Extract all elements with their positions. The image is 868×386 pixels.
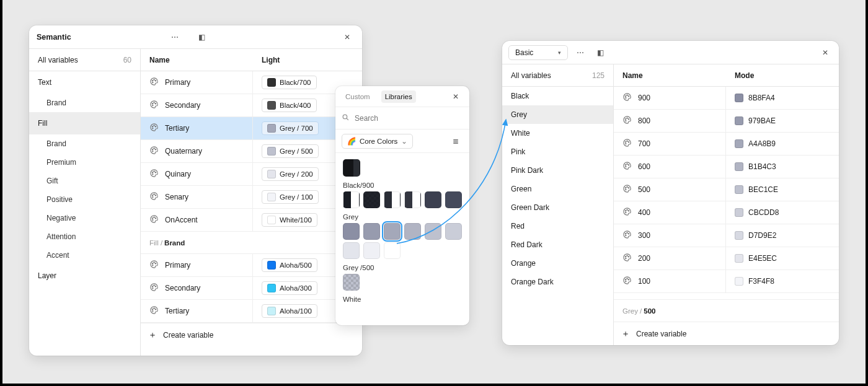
variable-value-chip[interactable]: Grey / 200: [262, 167, 319, 181]
close-icon[interactable]: ✕: [818, 45, 833, 60]
more-icon[interactable]: ⋯: [573, 45, 588, 60]
basic-main-scroll[interactable]: Name Mode 900 8B8FA4 800 979BAE: [614, 64, 839, 299]
variable-value-chip[interactable]: Aloha/500: [262, 258, 317, 272]
create-variable-button[interactable]: ＋ Create variable: [141, 323, 362, 346]
color-swatch[interactable]: [425, 223, 441, 240]
svg-point-66: [625, 234, 626, 234]
color-swatch-large[interactable]: [343, 159, 360, 177]
color-swatch: [735, 231, 743, 240]
variable-row[interactable]: Primary Black/700: [141, 71, 362, 94]
close-icon[interactable]: ✕: [448, 89, 463, 104]
sidebar-item-orange dark[interactable]: Orange Dark: [502, 273, 613, 291]
variable-row[interactable]: 700 A4A8B9: [614, 133, 839, 156]
sidebar-item-negative[interactable]: Negative: [29, 209, 140, 227]
sidebar-group-layer[interactable]: Layer: [29, 265, 140, 287]
variable-row[interactable]: 400 CBCDD8: [614, 201, 839, 224]
variable-name: 700: [638, 139, 650, 148]
variable-row[interactable]: Primary Aloha/500: [141, 254, 362, 277]
variable-value-chip[interactable]: White/100: [262, 213, 317, 227]
sidebar-item-pink[interactable]: Pink: [502, 143, 613, 161]
search-icon: [342, 113, 350, 123]
more-icon[interactable]: ⋯: [167, 30, 182, 45]
sidebar-group-text[interactable]: Text: [29, 71, 140, 94]
color-swatch[interactable]: [445, 191, 462, 208]
variable-value-chip[interactable]: Grey / 700: [262, 121, 319, 135]
variable-value-chip[interactable]: Aloha/100: [262, 304, 317, 318]
variable-row[interactable]: Tertiary Aloha/100: [141, 300, 362, 323]
color-swatch[interactable]: [404, 191, 421, 208]
variable-value-chip[interactable]: Black/400: [262, 99, 317, 112]
list-view-icon[interactable]: ≣: [448, 134, 463, 149]
variable-row[interactable]: Quaternary Grey / 500: [141, 140, 362, 163]
color-swatch[interactable]: [343, 242, 360, 259]
variable-value-chip[interactable]: Grey / 500: [262, 144, 319, 158]
color-swatch[interactable]: [363, 223, 380, 240]
sidebar-item-red dark[interactable]: Red Dark: [502, 235, 613, 254]
color-swatch[interactable]: [343, 191, 360, 208]
svg-point-0: [152, 81, 153, 81]
sidebar-item-orange[interactable]: Orange: [502, 254, 613, 273]
search-input[interactable]: [355, 114, 463, 123]
color-swatch[interactable]: [343, 274, 360, 291]
sidebar-group-fill[interactable]: Fill: [29, 112, 140, 134]
variable-row[interactable]: 100 F3F4F8: [614, 270, 839, 293]
sidebar-item-grey[interactable]: Grey: [502, 105, 613, 124]
color-swatch[interactable]: [445, 223, 462, 240]
variable-row[interactable]: Secondary Black/400: [141, 94, 362, 117]
sidebar-item-all-variables[interactable]: All variables 60: [29, 49, 140, 71]
svg-point-1: [154, 79, 154, 80]
color-swatch[interactable]: [384, 242, 401, 259]
color-swatch[interactable]: [425, 191, 441, 208]
sidebar-item-accent[interactable]: Accent: [29, 246, 140, 265]
variable-row[interactable]: 900 8B8FA4: [614, 87, 839, 110]
color-swatch[interactable]: [384, 191, 401, 208]
color-swatch[interactable]: [363, 242, 380, 259]
panel-layout-icon[interactable]: ◧: [593, 45, 608, 60]
palette-icon: [149, 214, 159, 226]
sidebar-item-gift[interactable]: Gift: [29, 172, 140, 190]
tab-custom[interactable]: Custom: [342, 90, 374, 103]
close-icon[interactable]: ✕: [340, 30, 355, 45]
variable-value-chip[interactable]: Black/700: [262, 76, 317, 89]
sidebar-item-green dark[interactable]: Green Dark: [502, 198, 613, 217]
svg-point-8: [152, 126, 153, 127]
sidebar-item-pink dark[interactable]: Pink Dark: [502, 161, 613, 180]
color-swatch[interactable]: [384, 223, 401, 240]
create-variable-button[interactable]: ＋ Create variable: [614, 322, 839, 345]
sidebar-item-attention[interactable]: Attention: [29, 227, 140, 246]
palette-icon: [149, 191, 159, 203]
color-group-label: Black/900: [343, 182, 462, 189]
color-swatch[interactable]: [343, 223, 360, 240]
variable-row[interactable]: 800 979BAE: [614, 110, 839, 133]
sidebar-item-positive[interactable]: Positive: [29, 190, 140, 209]
sidebar-item-red[interactable]: Red: [502, 217, 613, 235]
variable-row[interactable]: Tertiary Grey / 700: [141, 117, 362, 140]
popover-content: Black/900GreyGrey /500White: [335, 153, 469, 325]
variable-row[interactable]: 500 BEC1CE: [614, 178, 839, 201]
color-swatch[interactable]: [404, 223, 421, 240]
variable-row[interactable]: 600 B1B4C3: [614, 156, 839, 178]
panel-layout-icon[interactable]: ◧: [195, 30, 210, 45]
sidebar-item-green[interactable]: Green: [502, 180, 613, 198]
library-dropdown[interactable]: 🌈 Core Colors ⌄: [342, 134, 413, 149]
variable-row[interactable]: 200 E4E5EC: [614, 247, 839, 270]
tab-libraries[interactable]: Libraries: [381, 90, 416, 103]
sidebar-item-brand[interactable]: Brand: [29, 134, 140, 153]
sidebar-item-premium[interactable]: Premium: [29, 153, 140, 172]
variable-row[interactable]: Senary Grey / 100: [141, 186, 362, 209]
variable-row[interactable]: Secondary Aloha/300: [141, 277, 362, 300]
sidebar-item-white[interactable]: White: [502, 124, 613, 143]
sidebar-item-brand[interactable]: Brand: [29, 94, 140, 112]
collection-dropdown[interactable]: Basic ▾: [508, 45, 568, 60]
variable-row[interactable]: OnAccent White/100: [141, 209, 362, 232]
color-swatch[interactable]: [363, 191, 380, 208]
sidebar-item-all-variables[interactable]: All variables 125: [502, 64, 613, 87]
variable-value-chip[interactable]: Grey / 100: [262, 190, 319, 204]
color-swatch: [735, 277, 743, 286]
variable-row[interactable]: 300 D7D9E2: [614, 224, 839, 247]
variable-row[interactable]: Quinary Grey / 200: [141, 163, 362, 186]
variable-value-chip[interactable]: Aloha/300: [262, 281, 317, 295]
color-picker-popover: Custom Libraries ✕ 🌈 Core Colors ⌄ ≣ Bla…: [335, 86, 469, 325]
sidebar-item-black[interactable]: Black: [502, 87, 613, 105]
variable-name: 100: [638, 277, 650, 286]
